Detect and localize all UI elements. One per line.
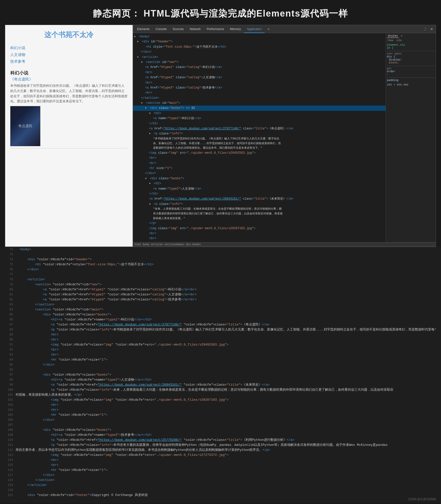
devtools-body: ▼ <body> ▼ <div id="header"> <h1 style="… xyxy=(133,33,436,242)
line-number: 117 xyxy=(5,473,16,478)
tree-div-header: ▼ <div id="header"> xyxy=(133,39,386,44)
nav-link-tech[interactable]: 技术参考 xyxy=(10,58,128,65)
code-line: 106 </div> xyxy=(5,417,436,423)
tree-a-book2-title[interactable]: <a href="https://book.douban.com/subject… xyxy=(133,196,386,201)
tree-br-3: <br> xyxy=(133,231,386,236)
webpage-article: 科幻小说 《奇点遗民》 本书精选收录了刘宇昆的科幻佳作共22篇。《奇点遗民》融入… xyxy=(5,70,133,153)
devtools-close-icon[interactable]: ✕ xyxy=(429,27,435,31)
line-content: <div "color:#9cdcfe">id="header"> xyxy=(16,257,436,262)
webpage-divider xyxy=(10,148,128,148)
styles-order: gin order - xyxy=(387,67,435,76)
tree-a-book1-title[interactable]: <a href="https://book.douban.com/subject… xyxy=(133,126,386,131)
nav-link-humanities[interactable]: 人文读物 xyxy=(10,51,128,58)
tab-console[interactable]: Console xyxy=(153,25,170,33)
line-content: </div> xyxy=(16,362,436,367)
book1-title-link[interactable]: 《奇点遗民》 xyxy=(10,77,33,81)
styles-tab-more[interactable]: » xyxy=(400,34,404,38)
line-number: 107 xyxy=(5,423,16,428)
line-number: 77 xyxy=(5,272,16,277)
line-number: 111 xyxy=(5,443,16,448)
code-line: 95 </div> xyxy=(5,362,436,367)
line-number: 86 xyxy=(5,317,16,322)
code-line: 92 <br> xyxy=(5,347,436,352)
tree-close-section-nav: </section> xyxy=(133,96,386,101)
tab-more[interactable]: » xyxy=(265,25,272,33)
code-line: 83 </section> xyxy=(5,302,436,307)
tree-p-info-text-1: "本书精选收录了刘宇昆的科幻佳作共22篇。《奇点遗民》融入了科幻艺术吸引人的几大… xyxy=(133,136,283,150)
tab-network[interactable]: Network xyxy=(187,25,204,33)
code-line: 114 <br> xyxy=(5,458,436,463)
line-content: <img "color:#9cdcfe">class="img" "color:… xyxy=(16,453,436,458)
line-content: 库的主要作者，所以本书也可以作为利用Python实现数据密集型应用的科学计算实践… xyxy=(16,448,436,453)
code-line: 87 <a "color:#9cdcfe">href="https://book… xyxy=(5,322,436,327)
line-number: 102 xyxy=(5,397,16,402)
code-line: 103 <br> xyxy=(5,402,436,407)
tree-h2-1: ▼ <h2> xyxy=(133,111,386,116)
devtools-tree[interactable]: ▼ <body> ▼ <div id="header"> <h1 style="… xyxy=(133,33,386,242)
code-line: 79 <section "color:#9cdcfe">id="nav"> xyxy=(5,282,436,287)
line-content: <p "color:#9cdcfe">class="info">未来，人类将面临… xyxy=(16,387,436,392)
webpage-nav: 科幻小说 人文读物 技术参考 xyxy=(5,42,133,67)
devtools-panel-wrapper: Elements Console Sources Network Perform… xyxy=(133,25,436,247)
line-number: 112 xyxy=(5,448,16,453)
styles-tabs: Styles » xyxy=(387,34,435,38)
line-number: 109 xyxy=(5,433,16,438)
styles-tab-styles[interactable]: Styles xyxy=(387,34,399,38)
line-content: <a "color:#9cdcfe">href="https://book.do… xyxy=(16,322,436,327)
line-number: 105 xyxy=(5,412,16,417)
line-number: 119 xyxy=(5,483,16,488)
line-content: <a "color:#9cdcfe">href="#type3" "color:… xyxy=(16,297,436,302)
line-content: <a "color:#9cdcfe">href="https://book.do… xyxy=(16,382,436,387)
devtools-dimensions: 205 × 656.906 xyxy=(387,83,435,86)
styles-pseudo: :hov .cls xyxy=(387,39,435,42)
tab-elements[interactable]: Elements xyxy=(134,25,153,33)
tree-nav-br1: <br> xyxy=(133,70,386,75)
tree-article: ▼ <article> xyxy=(133,55,386,60)
line-number: 97 xyxy=(5,372,16,377)
line-content: <br> xyxy=(16,407,436,412)
line-content: <hr "color:#9cdcfe">size="1"> xyxy=(16,468,436,473)
tab-application[interactable]: Application xyxy=(244,25,265,33)
code-line: 85 <div "color:#9cdcfe">class="books"> xyxy=(5,312,436,317)
line-content: <hr "color:#9cdcfe">size="1"> xyxy=(16,357,436,362)
tree-nav-a2: <a href="#type2" class="catlog">人文读物</a> xyxy=(133,75,386,80)
tree-h1: <h1 style="font-size:50px;">这个书苑不太冷</h1> xyxy=(133,44,386,49)
line-number: 96 xyxy=(5,367,16,372)
code-line: 93 <br> xyxy=(5,352,436,357)
webpage-section-title: 科幻小说 xyxy=(10,70,128,76)
devtools-tabs: Elements Console Sources Network Perform… xyxy=(133,25,436,33)
line-content: <h1 "color:#9cdcfe">style="font-size:50p… xyxy=(16,262,436,267)
tree-div-books-selected[interactable]: ▼ <div class="books"> == $0 xyxy=(133,106,386,111)
line-number: 88 xyxy=(5,327,16,332)
line-content: <br> xyxy=(16,337,436,342)
code-line: 110 <a "color:#9cdcfe">href="https://boo… xyxy=(5,438,436,443)
line-content: </div> xyxy=(16,417,436,423)
code-line: 108 <div "color:#9cdcfe">class="books"> xyxy=(5,428,436,433)
tab-sources[interactable]: Sources xyxy=(170,25,187,33)
tree-img-book1: <img class="img" src="./spider-men5.0_fi… xyxy=(133,150,386,155)
csdn-badge: CSDN @大师兄6668 xyxy=(408,497,436,501)
code-line: 86 <h2><a "color:#9cdcfe">name="type1">科… xyxy=(5,317,436,322)
tree-close-h2-2: </h2> xyxy=(133,191,386,196)
line-number: 110 xyxy=(5,438,16,443)
line-number: 99 xyxy=(5,382,16,387)
nav-link-scifi[interactable]: 科幻小说 xyxy=(10,45,128,51)
line-content: <a "color:#9cdcfe">href="#type2" "color:… xyxy=(16,292,436,297)
tab-memory[interactable]: Memory xyxy=(227,25,244,33)
code-line: 78 <article> xyxy=(5,277,436,282)
page-title-section: 静态网页： HTML源代码与渲染完成的Elements源代码一样 xyxy=(0,0,441,25)
tab-performance[interactable]: Performance xyxy=(204,25,227,33)
line-number: 76 xyxy=(5,267,16,272)
line-content: </div> xyxy=(16,473,436,478)
line-number: 73 xyxy=(5,252,16,257)
book1-cover-image: 奇点遗民 xyxy=(10,106,40,146)
devtools-styles-panel: Styles » :hov .cls element.sty le { user… xyxy=(386,33,436,242)
line-content: <div "color:#9cdcfe">class="books"> xyxy=(16,312,436,317)
devtools-more-icon[interactable]: ⋮ xyxy=(422,27,429,31)
line-number: 104 xyxy=(5,407,16,412)
line-number: 108 xyxy=(5,428,16,433)
line-number: 89 xyxy=(5,332,16,337)
line-number: 79 xyxy=(5,282,16,287)
code-line: 112库的主要作者，所以本书也可以作为利用Python实现数据密集型应用的科学计… xyxy=(5,448,436,453)
line-number: 113 xyxy=(5,453,16,458)
